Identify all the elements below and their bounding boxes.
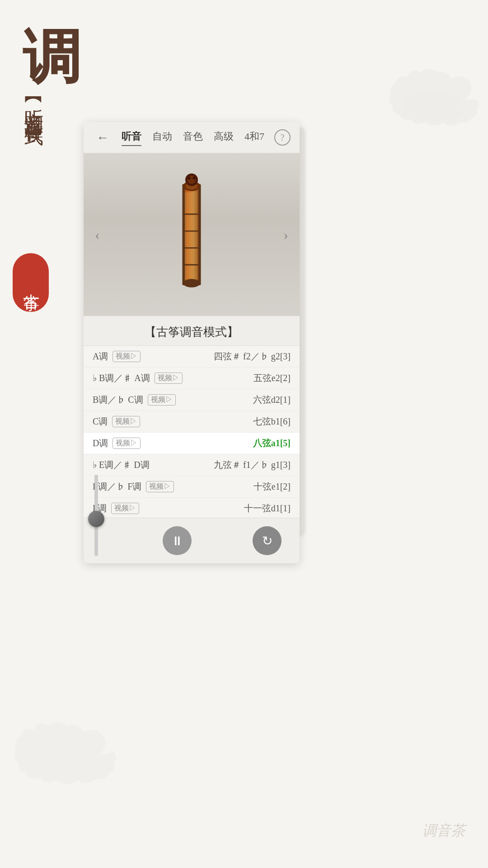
svg-rect-16	[184, 231, 199, 232]
svg-rect-1	[182, 184, 185, 285]
tuning-row[interactable]: F调 视频▷ 十一弦d1[1]	[84, 498, 300, 518]
video-tag-0[interactable]: 视频▷	[113, 351, 141, 362]
tuning-right-2: 六弦d2[1]	[253, 394, 291, 406]
watermark: 调音茶	[422, 821, 465, 841]
svg-rect-17	[184, 247, 199, 249]
tab-advanced[interactable]: 高级	[214, 130, 234, 145]
tuning-right-1: 五弦e2[2]	[253, 372, 291, 384]
tuning-left-6: E调／♭ F调 视频▷	[93, 481, 253, 493]
page-title-char: 调	[23, 18, 79, 98]
video-tag-7[interactable]: 视频▷	[111, 503, 139, 514]
tuning-row[interactable]: ♭ E调／♯ D调 九弦＃ f1／♭ g1[3]	[84, 454, 300, 476]
tuning-row[interactable]: E调／♭ F调 视频▷ 十弦e1[2]	[84, 476, 300, 498]
toolbar: ← 听音 自动 音色 高级 4和7 ?	[84, 122, 300, 153]
tuning-key-5: ♭ E调／♯ D调	[93, 459, 150, 471]
instrument-title: 【古筝调音模式】	[84, 316, 300, 346]
slider-track	[94, 475, 98, 556]
tuning-table: A调 视频▷ 四弦＃ f2／♭ g2[3] ♭ B调／♯ A调 视频▷ 五弦e2…	[84, 346, 300, 518]
tuning-left-2: B调／♭ C调 视频▷	[93, 394, 253, 406]
tuning-left-1: ♭ B调／♯ A调 视频▷	[93, 372, 253, 384]
video-tag-2[interactable]: 视频▷	[148, 394, 176, 406]
toolbar-tabs: 听音 自动 音色 高级 4和7	[122, 130, 265, 145]
svg-point-21	[188, 175, 196, 184]
tab-listen[interactable]: 听音	[122, 130, 141, 145]
tuning-row[interactable]: ♭ B调／♯ A调 视频▷ 五弦e2[2]	[84, 368, 300, 389]
tuning-left-3: C调 视频▷	[93, 415, 253, 428]
tuning-row[interactable]: B调／♭ C调 视频▷ 六弦d2[1]	[84, 389, 300, 411]
tuning-left-0: A调 视频▷	[93, 350, 214, 363]
video-tag-4[interactable]: 视频▷	[113, 438, 141, 449]
main-card: ← 听音 自动 音色 高级 4和7 ? ‹	[84, 122, 300, 563]
tuning-key-3: C调	[93, 415, 108, 428]
tuning-row-active[interactable]: D调 视频▷ 八弦a1[5]	[84, 433, 300, 454]
video-tag-1[interactable]: 视频▷	[155, 373, 183, 384]
svg-rect-18	[184, 264, 199, 265]
slider-thumb[interactable]	[88, 511, 104, 527]
tuning-row[interactable]: C调 视频▷ 七弦b1[6]	[84, 411, 300, 433]
tuning-key-4: D调	[93, 437, 108, 449]
tuning-left-7: F调 视频▷	[93, 502, 244, 514]
help-button[interactable]: ?	[274, 129, 291, 146]
video-tag-6[interactable]: 视频▷	[146, 481, 174, 492]
tuning-right-6: 十弦e1[2]	[253, 481, 291, 493]
side-slider[interactable]	[84, 475, 108, 565]
tuning-right-0: 四弦＃ f2／♭ g2[3]	[214, 350, 291, 363]
tab-auto[interactable]: 自动	[152, 130, 172, 145]
tuning-left-4: D调 视频▷	[93, 437, 253, 449]
instrument-badge: 古筝	[13, 253, 49, 312]
pause-button[interactable]: ⏸	[163, 526, 192, 555]
nav-right-button[interactable]: ›	[274, 217, 297, 252]
guzheng-image	[169, 171, 214, 298]
tuning-key-0: A调	[93, 350, 108, 363]
svg-rect-15	[184, 213, 199, 215]
repeat-button[interactable]: ↻	[253, 526, 282, 555]
instrument-display: ‹	[84, 153, 300, 316]
vertical-subtitle: 【听音调音模式】	[23, 90, 45, 119]
svg-point-23	[193, 177, 196, 179]
tuning-right-4: 八弦a1[5]	[253, 437, 291, 449]
tuning-row[interactable]: A调 视频▷ 四弦＃ f2／♭ g2[3]	[84, 346, 300, 368]
tuning-right-5: 九弦＃ f1／♭ g1[3]	[214, 459, 291, 471]
tuning-left-5: ♭ E调／♯ D调	[93, 459, 214, 471]
tab-four7[interactable]: 4和7	[244, 130, 264, 145]
back-button[interactable]: ←	[93, 128, 113, 146]
video-tag-3[interactable]: 视频▷	[112, 416, 140, 427]
svg-point-22	[188, 177, 191, 179]
tuning-key-1: ♭ B调／♯ A调	[93, 372, 150, 384]
tab-timbre[interactable]: 音色	[183, 130, 203, 145]
bottom-controls: ⏸ ↻	[84, 518, 300, 563]
nav-left-button[interactable]: ‹	[86, 217, 109, 252]
tuning-right-3: 七弦b1[6]	[253, 415, 291, 428]
svg-point-19	[183, 279, 200, 288]
tuning-key-2: B调／♭ C调	[93, 394, 143, 406]
svg-rect-2	[198, 184, 201, 285]
tuning-right-7: 十一弦d1[1]	[244, 502, 291, 514]
